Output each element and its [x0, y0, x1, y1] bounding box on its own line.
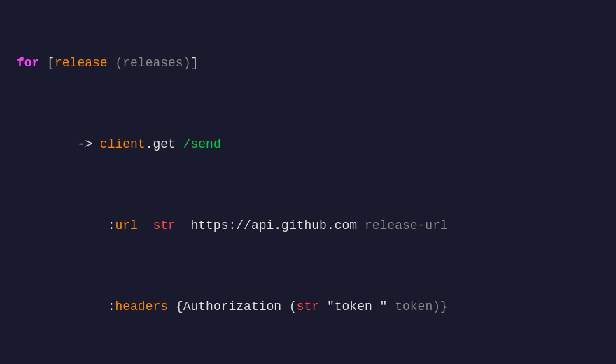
code-display: for [ release (releases) ] -> client . g… [17, 13, 599, 364]
code-line-1: for [ release (releases) ] [17, 53, 599, 74]
keyword-for: for [17, 53, 39, 74]
code-line-3: : url str https://api.github.com release… [17, 216, 599, 237]
code-line-4: : headers { Authorization ( str "token "… [17, 297, 599, 318]
code-line-2: -> client . get /send [17, 134, 599, 155]
